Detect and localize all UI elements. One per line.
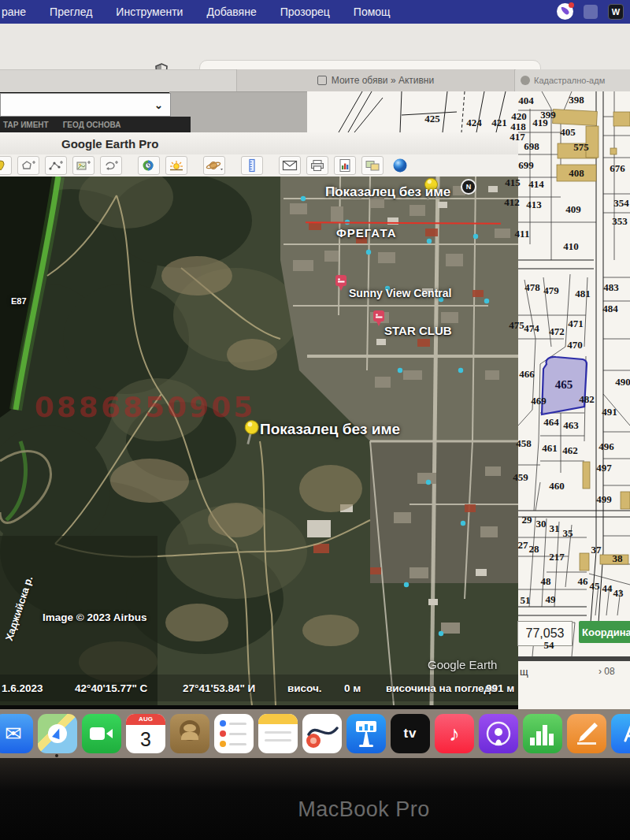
ruler-icon[interactable] <box>241 156 263 175</box>
lodging-pin-icon[interactable] <box>335 275 348 292</box>
star-club-label[interactable]: STAR CLUB <box>384 324 452 337</box>
google-earth-toolbar <box>0 154 518 177</box>
calendar-month: AUG <box>126 714 165 725</box>
print-icon[interactable] <box>306 156 328 175</box>
tab-moite-obyavi[interactable]: Моите обяви » Активни <box>236 69 515 91</box>
contact-head <box>183 724 196 732</box>
app-store-icon[interactable] <box>611 714 630 753</box>
satellite-map-viewport[interactable]: Показалец без име N ФРЕГАТА Sunny View C… <box>0 177 518 705</box>
navigation-arrow-icon <box>48 724 67 743</box>
placemark-label[interactable]: Показалец без име <box>260 421 400 438</box>
historical-imagery-icon[interactable] <box>138 156 160 175</box>
tv-label: tv <box>403 726 417 742</box>
tab-label: Моите обяви » Активни <box>332 75 434 86</box>
reminders-app-icon[interactable] <box>214 714 254 753</box>
phone-watermark: 0886850905 <box>35 391 256 423</box>
menu-bar-status-icons: W <box>557 3 624 20</box>
sunny-view-label[interactable]: Sunny View Central <box>349 287 451 299</box>
music-app-icon[interactable]: ♪ <box>435 714 474 753</box>
window-title: Google Earth Pro <box>61 137 158 151</box>
planets-icon[interactable] <box>203 156 225 175</box>
google-earth-watermark: Google Earth <box>428 658 497 671</box>
calendar-app-icon[interactable]: AUG 3 <box>126 714 165 753</box>
tab-kadastralno[interactable]: Кадастрално-адм <box>516 69 630 91</box>
notes-app-icon[interactable] <box>258 714 298 753</box>
text-fragment: › 08 <box>598 666 615 677</box>
contact-shoulders <box>181 732 198 740</box>
area-value-box: 77,053 <box>517 621 573 646</box>
kais-tab-fragment[interactable]: ГЕОД ОСНОВА <box>63 121 121 129</box>
numbers-app-icon[interactable] <box>523 714 562 753</box>
tour-record-icon[interactable] <box>100 156 122 175</box>
cadastre-map-panel[interactable] <box>518 91 630 709</box>
menu-item-5[interactable]: Помощ <box>354 6 391 18</box>
google-earth-titlebar[interactable]: Google Earth Pro <box>0 132 518 155</box>
facetime-app-icon[interactable] <box>82 714 121 753</box>
latitude-value: 42°40'15.77" С <box>75 682 147 694</box>
road-e87-label: E87 <box>11 296 27 306</box>
menu-item-0[interactable]: ране <box>2 6 26 18</box>
coordinates-button[interactable]: Координа <box>579 621 630 643</box>
macos-menu-bar: ранеПрегледИнструментиДобавянеПрозорецПо… <box>0 0 630 24</box>
cadastre-lines <box>307 91 518 132</box>
map-switch-icon[interactable] <box>361 156 384 175</box>
device-label: MacBook Pro <box>226 797 502 822</box>
save-image-icon[interactable] <box>334 156 356 175</box>
placemark-add-icon[interactable] <box>0 156 12 175</box>
keynote-app-icon[interactable] <box>346 714 386 753</box>
selected-parcel-465[interactable] <box>542 357 587 414</box>
maps-app-icon[interactable] <box>38 714 77 753</box>
viber-notification-dot <box>569 2 574 8</box>
elevation-value: 0 м <box>344 682 361 694</box>
podcasts-app-icon[interactable] <box>479 714 518 753</box>
pushpin-icon[interactable] <box>239 419 262 448</box>
chevron-down-icon: ⌄ <box>154 99 163 111</box>
macos-dock: ✉ AUG 3 tv ♪ <box>0 709 630 758</box>
longitude-value: 27°41'53.84" И <box>183 682 255 694</box>
menu-item-3[interactable]: Добавяне <box>206 6 256 18</box>
browser-toolbar: kais.cadastre.bg ↻ <box>0 24 630 69</box>
tab-favicon <box>317 76 327 85</box>
imagery-date: 1.6.2023 <box>2 682 43 694</box>
mail-app-icon[interactable]: ✉ <box>0 714 33 753</box>
kais-dropdown[interactable]: ⌄ <box>0 93 171 117</box>
tab-label: Кадастрално-адм <box>534 76 605 85</box>
envelope-icon: ✉ <box>5 722 22 746</box>
placemark-label[interactable]: Показалец без име <box>325 184 450 200</box>
translucent-app-icon[interactable] <box>584 5 598 19</box>
calendar-day: 3 <box>126 725 165 753</box>
path-add-icon[interactable] <box>45 156 67 175</box>
earth-web-icon[interactable] <box>389 156 411 175</box>
apple-tv-app-icon[interactable]: tv <box>391 714 430 753</box>
running-app-indicator <box>55 754 58 757</box>
contacts-app-icon[interactable] <box>170 714 209 753</box>
music-note-icon: ♪ <box>449 722 460 746</box>
menu-item-1[interactable]: Преглед <box>50 6 92 18</box>
pages-app-icon[interactable] <box>567 714 606 753</box>
text-fragment: щ <box>520 666 528 678</box>
north-compass-badge: N <box>461 179 476 195</box>
image-overlay-add-icon[interactable] <box>72 156 94 175</box>
panel-shadow <box>518 656 630 661</box>
polygon-add-icon[interactable] <box>17 156 39 175</box>
eye-altitude-value: 991 м <box>486 682 514 694</box>
w-app-icon[interactable]: W <box>608 4 624 20</box>
eye-altitude-label: височина на погледа <box>386 682 497 694</box>
email-icon[interactable] <box>279 156 301 175</box>
fregata-label: ФРЕГАТА <box>336 226 397 240</box>
menu-item-2[interactable]: Инструменти <box>116 6 183 18</box>
sunlight-icon[interactable] <box>165 156 187 175</box>
menu-items: ранеПрегледИнструментиДобавянеПрозорецПо… <box>0 6 391 18</box>
elevation-label: височ. <box>287 682 322 694</box>
menu-item-4[interactable]: Прозорец <box>280 6 330 18</box>
macbook-screen-photo: ранеПрегледИнструментиДобавянеПрозорецПо… <box>0 0 630 840</box>
earth-status-bar: 1.6.2023 42°40'15.77" С 27°41'53.84" И в… <box>0 678 518 701</box>
kais-tab-fragment[interactable]: ТАР ИМЕНТ <box>3 121 49 129</box>
cadastre-top-strip <box>307 91 518 132</box>
kais-dark-tab-bar: ТАР ИМЕНТ ГЕОД ОСНОВА <box>0 117 191 132</box>
tab-favicon-round <box>521 76 530 85</box>
viber-icon[interactable] <box>557 3 573 20</box>
freeform-app-icon[interactable] <box>302 714 342 753</box>
imagery-credit: Image © 2023 Airbus <box>43 611 147 623</box>
